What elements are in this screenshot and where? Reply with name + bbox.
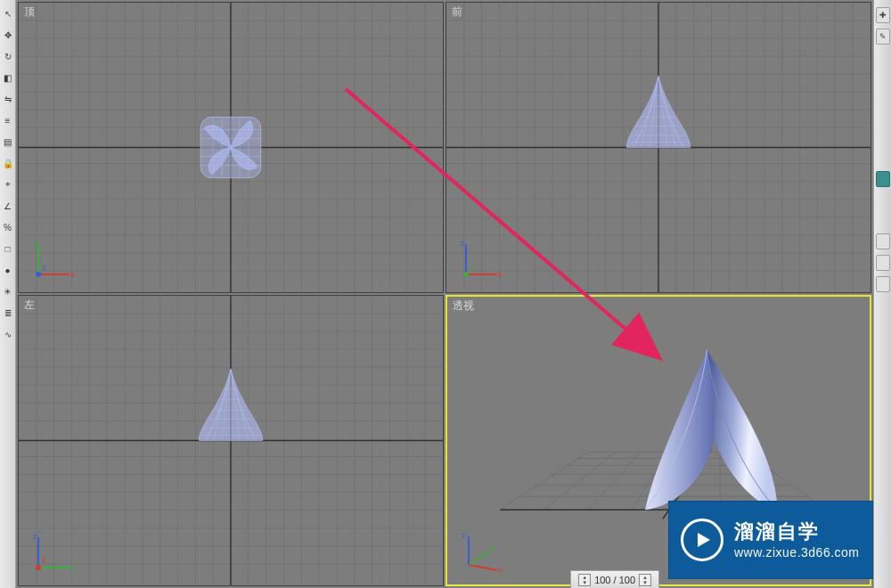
spinner-up-icon[interactable]: ▲▼ xyxy=(639,574,651,586)
svg-text:z: z xyxy=(33,532,37,541)
svg-line-183 xyxy=(469,552,488,565)
svg-text:x: x xyxy=(70,270,74,279)
play-icon xyxy=(681,519,723,561)
axis-gizmo-perspective: x y z xyxy=(458,531,503,576)
svg-point-53 xyxy=(36,272,41,277)
spinner-down-icon[interactable]: ▲▼ xyxy=(578,574,591,586)
lock-icon[interactable]: 🔒 xyxy=(1,153,15,173)
svg-text:y: y xyxy=(33,239,37,248)
angle-snap-icon[interactable]: ∠ xyxy=(1,196,15,216)
panel-button-c[interactable] xyxy=(876,276,890,292)
rotate-icon[interactable]: ↻ xyxy=(1,46,15,66)
modify-tab[interactable]: ✎ xyxy=(876,29,890,45)
svg-text:z: z xyxy=(461,239,465,248)
viewport-canvas-front xyxy=(446,3,871,292)
align-icon[interactable]: ≡ xyxy=(1,110,15,130)
material-icon[interactable]: ● xyxy=(1,260,15,280)
svg-text:x: x xyxy=(498,270,502,279)
svg-text:y: y xyxy=(470,263,474,272)
panel-color-swatch[interactable] xyxy=(876,171,890,187)
select-icon[interactable]: ↖ xyxy=(1,4,15,23)
mirror-icon[interactable]: ⇋ xyxy=(1,89,15,109)
frame-counter: ▲▼ 100 / 100 ▲▼ xyxy=(570,570,659,588)
layer-icon[interactable]: ▤ xyxy=(1,132,15,151)
svg-text:x: x xyxy=(498,566,503,575)
svg-text:z: z xyxy=(42,263,46,272)
viewport-front[interactable]: 前 x z xyxy=(446,2,871,293)
snap-icon[interactable]: ⌖ xyxy=(1,175,15,194)
named-sel-icon[interactable]: □ xyxy=(1,239,15,258)
create-tab[interactable]: ✚ xyxy=(876,7,890,23)
watermark: 溜溜自学 www.zixue.3d66.com xyxy=(668,501,873,579)
panel-button-a[interactable] xyxy=(876,233,890,249)
viewport-canvas-left xyxy=(19,296,443,585)
curve-editor-icon[interactable]: ∿ xyxy=(1,324,15,344)
move-icon[interactable]: ✥ xyxy=(1,25,15,45)
percent-snap-icon[interactable]: % xyxy=(1,217,15,237)
svg-point-107 xyxy=(463,272,469,277)
viewport-left[interactable]: 左 y z xyxy=(18,295,444,586)
render-icon[interactable]: ☀ xyxy=(1,282,15,301)
command-panel: ✚ ✎ xyxy=(873,0,891,588)
svg-text:y: y xyxy=(70,563,74,572)
svg-text:x: x xyxy=(42,556,46,565)
left-toolbar: ↖ ✥ ↻ ◧ ⇋ ≡ ▤ 🔒 ⌖ ∠ % □ ● ☀ ≣ ∿ xyxy=(0,0,16,588)
watermark-title: 溜溜自学 xyxy=(734,519,860,545)
axis-gizmo-left: y z x xyxy=(29,532,74,576)
svg-text:y: y xyxy=(489,543,494,552)
watermark-url: www.zixue.3d66.com xyxy=(734,544,860,561)
axis-gizmo-front: x z y xyxy=(457,239,502,283)
svg-line-181 xyxy=(469,565,497,570)
axis-gizmo-top: x y z xyxy=(29,239,74,283)
schematic-icon[interactable]: ≣ xyxy=(1,303,15,323)
svg-point-161 xyxy=(36,565,41,570)
svg-text:z: z xyxy=(462,531,466,540)
frame-display: 100 / 100 xyxy=(594,575,635,585)
panel-button-b[interactable] xyxy=(876,255,890,271)
scale-icon[interactable]: ◧ xyxy=(1,68,15,87)
viewport-canvas-top xyxy=(19,3,443,292)
viewport-grid: 顶 xyxy=(16,0,873,588)
viewport-top[interactable]: 顶 xyxy=(18,2,444,293)
